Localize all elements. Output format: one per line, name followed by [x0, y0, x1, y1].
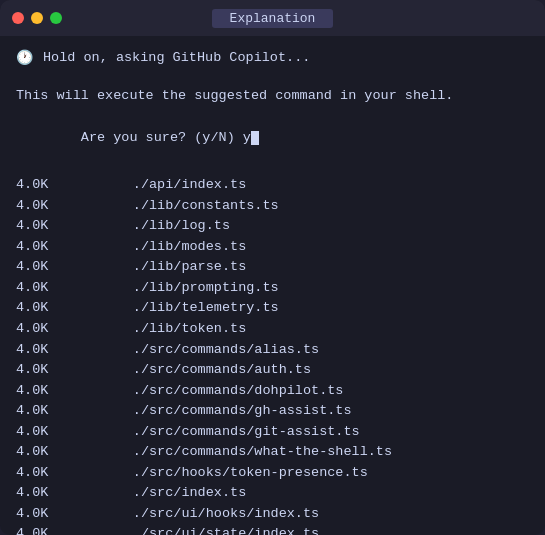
file-row: 4.0K ./api/index.ts [16, 175, 529, 196]
file-row: 4.0K ./src/index.ts [16, 483, 529, 504]
file-list: 4.0K ./api/index.ts4.0K ./lib/constants.… [16, 175, 529, 535]
file-path: ./lib/log.ts [68, 216, 230, 237]
message-block: This will execute the suggested command … [16, 86, 529, 170]
window-title: Explanation [212, 9, 334, 28]
maximize-button[interactable] [50, 12, 62, 24]
file-row: 4.0K ./src/ui/state/index.ts [16, 524, 529, 535]
status-line: 🕐 Hold on, asking GitHub Copilot... [16, 48, 529, 70]
file-size: 4.0K [16, 504, 68, 525]
minimize-button[interactable] [31, 12, 43, 24]
close-button[interactable] [12, 12, 24, 24]
message-line-2: Are you sure? (y/N) y [16, 107, 529, 170]
file-size: 4.0K [16, 257, 68, 278]
file-size: 4.0K [16, 340, 68, 361]
file-size: 4.0K [16, 483, 68, 504]
file-row: 4.0K ./lib/modes.ts [16, 237, 529, 258]
terminal-window: Explanation 🕐 Hold on, asking GitHub Cop… [0, 0, 545, 535]
file-row: 4.0K ./lib/constants.ts [16, 196, 529, 217]
file-path: ./src/index.ts [68, 483, 246, 504]
file-row: 4.0K ./lib/log.ts [16, 216, 529, 237]
file-size: 4.0K [16, 237, 68, 258]
file-size: 4.0K [16, 422, 68, 443]
file-row: 4.0K ./src/commands/alias.ts [16, 340, 529, 361]
file-row: 4.0K ./lib/telemetry.ts [16, 298, 529, 319]
status-text: Hold on, asking GitHub Copilot... [43, 48, 310, 69]
file-path: ./src/ui/hooks/index.ts [68, 504, 319, 525]
input-cursor [251, 131, 259, 145]
file-path: ./lib/constants.ts [68, 196, 279, 217]
file-path: ./src/hooks/token-presence.ts [68, 463, 368, 484]
file-path: ./lib/parse.ts [68, 257, 246, 278]
file-size: 4.0K [16, 360, 68, 381]
file-size: 4.0K [16, 442, 68, 463]
file-size: 4.0K [16, 381, 68, 402]
file-row: 4.0K ./src/commands/auth.ts [16, 360, 529, 381]
file-row: 4.0K ./src/commands/what-the-shell.ts [16, 442, 529, 463]
file-path: ./api/index.ts [68, 175, 246, 196]
file-path: ./lib/token.ts [68, 319, 246, 340]
file-path: ./src/commands/dohpilot.ts [68, 381, 343, 402]
terminal-body[interactable]: 🕐 Hold on, asking GitHub Copilot... This… [0, 36, 545, 535]
file-row: 4.0K ./lib/prompting.ts [16, 278, 529, 299]
file-row: 4.0K ./src/hooks/token-presence.ts [16, 463, 529, 484]
file-path: ./src/commands/what-the-shell.ts [68, 442, 392, 463]
titlebar: Explanation [0, 0, 545, 36]
file-size: 4.0K [16, 216, 68, 237]
file-path: ./src/commands/git-assist.ts [68, 422, 360, 443]
file-size: 4.0K [16, 298, 68, 319]
file-size: 4.0K [16, 463, 68, 484]
traffic-lights [12, 12, 62, 24]
file-row: 4.0K ./lib/token.ts [16, 319, 529, 340]
message-line-1: This will execute the suggested command … [16, 86, 529, 107]
file-row: 4.0K ./src/commands/git-assist.ts [16, 422, 529, 443]
file-path: ./src/ui/state/index.ts [68, 524, 319, 535]
file-size: 4.0K [16, 319, 68, 340]
file-size: 4.0K [16, 401, 68, 422]
file-size: 4.0K [16, 524, 68, 535]
file-path: ./lib/telemetry.ts [68, 298, 279, 319]
file-size: 4.0K [16, 175, 68, 196]
file-path: ./src/commands/gh-assist.ts [68, 401, 352, 422]
file-path: ./lib/prompting.ts [68, 278, 279, 299]
file-path: ./src/commands/auth.ts [68, 360, 311, 381]
file-path: ./src/commands/alias.ts [68, 340, 319, 361]
file-row: 4.0K ./lib/parse.ts [16, 257, 529, 278]
file-row: 4.0K ./src/commands/dohpilot.ts [16, 381, 529, 402]
file-size: 4.0K [16, 278, 68, 299]
file-row: 4.0K ./src/commands/gh-assist.ts [16, 401, 529, 422]
file-path: ./lib/modes.ts [68, 237, 246, 258]
file-row: 4.0K ./src/ui/hooks/index.ts [16, 504, 529, 525]
clock-icon: 🕐 [16, 48, 33, 70]
file-size: 4.0K [16, 196, 68, 217]
